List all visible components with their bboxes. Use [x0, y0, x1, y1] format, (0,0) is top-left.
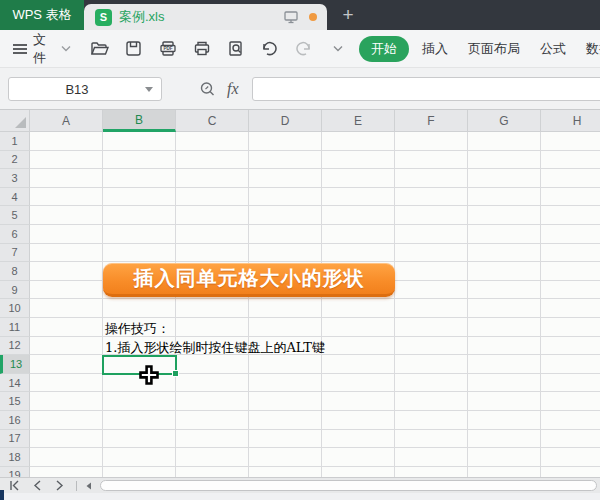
- row-header-6[interactable]: 6: [0, 225, 30, 244]
- row-header-5[interactable]: 5: [0, 206, 30, 225]
- toolbar: 文件 PDF: [0, 30, 600, 68]
- row-header-12[interactable]: 12: [0, 337, 30, 356]
- column-header-F[interactable]: F: [395, 110, 468, 132]
- hamburger-icon: [12, 39, 28, 58]
- row-header-13[interactable]: 13: [0, 355, 30, 374]
- row-header-16[interactable]: 16: [0, 411, 30, 430]
- undo-icon[interactable]: [260, 39, 279, 58]
- svg-text:PDF: PDF: [163, 46, 172, 51]
- column-headers: ABCDEFGH: [30, 110, 600, 132]
- tab-home[interactable]: 开始: [359, 36, 409, 62]
- status-strip: [0, 493, 600, 500]
- spreadsheet-logo-icon: S: [95, 9, 112, 26]
- wps-home-label: WPS 表格: [12, 6, 71, 24]
- bottom-left-accent: [0, 490, 4, 500]
- row-header-19[interactable]: 19: [0, 467, 30, 477]
- sheet-cells[interactable]: [30, 132, 600, 477]
- file-menu-label: 文件: [33, 31, 53, 67]
- document-title: 案例.xls: [119, 8, 165, 26]
- open-folder-icon[interactable]: [90, 39, 109, 58]
- row-header-9[interactable]: 9: [0, 281, 30, 300]
- pdf-export-icon[interactable]: PDF: [158, 39, 177, 58]
- row-header-4[interactable]: 4: [0, 188, 30, 207]
- tab-insert[interactable]: 插入: [415, 36, 455, 62]
- file-menu[interactable]: 文件: [12, 31, 73, 67]
- title-bar: WPS 表格 S 案例.xls +: [0, 0, 600, 30]
- banner-text: 插入同单元格大小的形状: [134, 265, 365, 292]
- formula-bar: B13 fx: [0, 68, 600, 110]
- fx-label[interactable]: fx: [227, 80, 239, 98]
- print-icon[interactable]: [192, 39, 211, 58]
- scroll-left-arrow-icon[interactable]: [83, 479, 95, 493]
- column-header-H[interactable]: H: [541, 110, 600, 132]
- row-header-3[interactable]: 3: [0, 169, 30, 188]
- row-header-1[interactable]: 1: [0, 132, 30, 151]
- tab-data[interactable]: 数据: [579, 36, 600, 62]
- row-header-15[interactable]: 15: [0, 392, 30, 411]
- select-all-triangle-icon: [15, 117, 26, 128]
- fill-handle[interactable]: [172, 370, 179, 377]
- row-header-2[interactable]: 2: [0, 151, 30, 170]
- wps-home-button[interactable]: WPS 表格: [0, 0, 84, 30]
- first-sheet-button[interactable]: [4, 479, 26, 493]
- row-header-8[interactable]: 8: [0, 262, 30, 281]
- unsaved-changes-dot-icon: [309, 13, 317, 21]
- prev-sheet-button[interactable]: [26, 479, 48, 493]
- cell-cursor-icon: [138, 364, 160, 386]
- chevron-down-icon: [58, 39, 73, 58]
- tab-page-layout[interactable]: 页面布局: [461, 36, 527, 62]
- nav-divider: [76, 481, 77, 491]
- column-header-A[interactable]: A: [30, 110, 103, 132]
- row-header-11[interactable]: 11: [0, 318, 30, 337]
- sheet-area: ABCDEFGH 12345678910111213141516171819 插…: [0, 110, 600, 477]
- tab-formulas[interactable]: 公式: [533, 36, 573, 62]
- column-header-D[interactable]: D: [249, 110, 322, 132]
- row-header-18[interactable]: 18: [0, 448, 30, 467]
- name-box[interactable]: B13: [8, 77, 162, 101]
- row-headers: 12345678910111213141516171819: [0, 132, 30, 477]
- cell-text-tip-title: 操作技巧：: [105, 320, 170, 338]
- formula-input[interactable]: [252, 77, 600, 101]
- select-all-corner[interactable]: [0, 110, 30, 132]
- monitor-icon[interactable]: [281, 8, 300, 27]
- column-header-C[interactable]: C: [176, 110, 249, 132]
- magnifier-icon[interactable]: [198, 80, 217, 99]
- next-sheet-button[interactable]: [48, 479, 70, 493]
- row-header-7[interactable]: 7: [0, 244, 30, 263]
- namebox-caret-icon: [145, 87, 153, 92]
- print-preview-icon[interactable]: [226, 39, 245, 58]
- quick-access-toolbar: PDF: [90, 39, 347, 58]
- document-tab[interactable]: S 案例.xls: [84, 4, 327, 30]
- redo-icon[interactable]: [294, 39, 313, 58]
- new-tab-button[interactable]: +: [333, 0, 363, 30]
- horizontal-scrollbar[interactable]: [100, 480, 597, 491]
- column-header-B[interactable]: B: [103, 110, 176, 132]
- save-icon[interactable]: [124, 39, 143, 58]
- row-header-17[interactable]: 17: [0, 430, 30, 449]
- column-header-G[interactable]: G: [468, 110, 541, 132]
- inserted-shape-banner[interactable]: 插入同单元格大小的形状: [103, 263, 395, 297]
- horizontal-scrollbar-thumb[interactable]: [100, 480, 597, 491]
- row-header-10[interactable]: 10: [0, 299, 30, 318]
- column-header-E[interactable]: E: [322, 110, 395, 132]
- sheet-nav-bar: [0, 477, 600, 493]
- row-header-14[interactable]: 14: [0, 374, 30, 393]
- more-commands-chevron-icon[interactable]: [328, 39, 347, 58]
- cell-reference: B13: [9, 82, 145, 97]
- menu-tabs: 开始插入页面布局公式数据审阅视图: [359, 36, 600, 62]
- wps-spreadsheet-window: WPS 表格 S 案例.xls +: [0, 0, 600, 500]
